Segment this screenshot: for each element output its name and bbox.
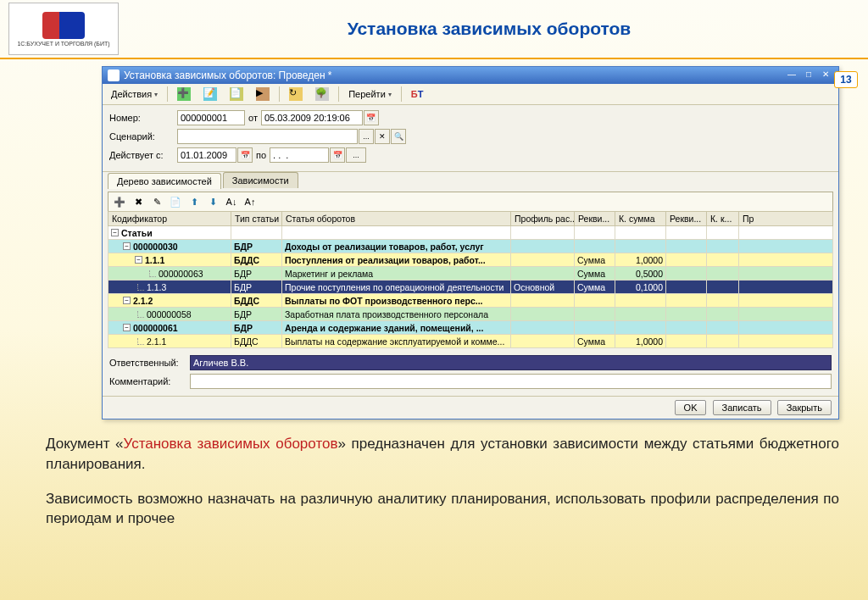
grid-toolbar: ➕ ✖ ✎ 📄 ⬆ ⬇ A↓ A↑ xyxy=(108,192,833,211)
table-row[interactable]: −2.1.2БДДСВыплаты по ФОТ производственно… xyxy=(108,294,833,308)
window-icon xyxy=(108,69,120,81)
valid-from-label: Действует с: xyxy=(109,150,177,160)
tab-dependency-tree[interactable]: Дерево зависимостей xyxy=(108,173,221,189)
period-dialog-button[interactable]: ... xyxy=(346,147,366,163)
responsible-label: Ответственный: xyxy=(109,358,190,368)
footer-form: Ответственный: Комментарий: xyxy=(103,352,838,396)
minimize-button[interactable]: — xyxy=(784,69,799,81)
date-picker-icon[interactable]: 📅 xyxy=(364,110,379,125)
col-codifier[interactable]: Кодификатор xyxy=(108,212,231,226)
goto-menu[interactable]: Перейти xyxy=(343,86,397,103)
window-title: Установка зависимых оборотов: Проведен * xyxy=(124,69,332,81)
dependency-grid[interactable]: Кодификатор Тип статьи Статья оборотов П… xyxy=(108,211,833,348)
close-button[interactable]: Закрыть xyxy=(777,400,832,415)
app-window: Установка зависимых оборотов: Проведен *… xyxy=(102,66,839,419)
number-label: Номер: xyxy=(109,113,177,123)
scenario-search-button[interactable]: 🔍 xyxy=(391,129,406,144)
table-row[interactable]: 1.1.3БДРПрочие поступления по операционн… xyxy=(108,281,833,294)
col-kk[interactable]: К. к... xyxy=(707,212,739,226)
comment-label: Комментарий: xyxy=(109,376,190,386)
tabs: Дерево зависимостей Зависимости xyxy=(103,172,838,188)
maximize-button[interactable]: □ xyxy=(801,69,816,81)
col-profile[interactable]: Профиль рас... xyxy=(511,212,575,226)
save-button[interactable]: Записать xyxy=(713,400,771,415)
scenario-input[interactable] xyxy=(177,129,358,144)
logo-caption: 1С:БУХУЧЕТ И ТОРГОВЛЯ (БИТ) xyxy=(17,41,109,47)
tab-dependencies[interactable]: Зависимости xyxy=(223,172,298,188)
button-row: OK Записать Закрыть xyxy=(103,396,838,419)
description: Документ «Установка зависимых оборотов» … xyxy=(46,434,839,529)
page-title: Установка зависимых оборотов xyxy=(119,19,860,39)
header-form: Номер: от 📅 Сценарий: ... ✕ 🔍 Действует … xyxy=(103,105,838,172)
col-req1[interactable]: Рекви... xyxy=(575,212,615,226)
col-req2[interactable]: Рекви... xyxy=(666,212,707,226)
tb-copy-icon[interactable]: 📄 xyxy=(225,86,248,103)
grid-copy-icon[interactable]: 📄 xyxy=(167,194,184,209)
separator xyxy=(0,58,868,59)
col-type[interactable]: Тип статьи xyxy=(231,212,282,226)
table-row[interactable]: 000000058БДРЗаработная плата производств… xyxy=(108,308,833,321)
tb-tree-icon[interactable]: 🌳 xyxy=(310,86,334,103)
grid-edit-icon[interactable]: ✎ xyxy=(148,194,165,209)
scenario-clear-button[interactable]: ✕ xyxy=(375,129,390,144)
col-article[interactable]: Статья оборотов xyxy=(282,212,511,226)
logo: 1С:БУХУЧЕТ И ТОРГОВЛЯ (БИТ) xyxy=(8,3,119,55)
page-number: 13 xyxy=(834,71,858,88)
number-input[interactable] xyxy=(177,110,245,125)
tb-edit-icon[interactable]: 📝 xyxy=(198,86,222,103)
to-label: по xyxy=(256,150,266,160)
scenario-label: Сценарий: xyxy=(109,131,177,142)
grid-sort-desc-icon[interactable]: A↑ xyxy=(242,194,259,209)
tb-add-icon[interactable]: ➕ xyxy=(172,86,196,103)
tb-bit-logo-icon[interactable]: БТ xyxy=(406,86,429,103)
grid-add-icon[interactable]: ➕ xyxy=(111,194,128,209)
grid-down-icon[interactable]: ⬇ xyxy=(204,194,221,209)
grid-sort-asc-icon[interactable]: A↓ xyxy=(223,194,240,209)
valid-from-picker-icon[interactable]: 📅 xyxy=(237,147,253,163)
table-row[interactable]: −000000030БДРДоходы от реализации товаро… xyxy=(108,240,833,253)
titlebar: Установка зависимых оборотов: Проведен *… xyxy=(103,67,838,84)
valid-to-picker-icon[interactable]: 📅 xyxy=(330,147,345,163)
main-toolbar: Действия ➕ 📝 📄 ▶ ↻ 🌳 Перейти БТ xyxy=(103,84,838,105)
valid-to-input[interactable] xyxy=(270,147,329,163)
close-window-button[interactable]: ✕ xyxy=(818,69,833,81)
valid-from-input[interactable] xyxy=(177,147,236,163)
actions-menu[interactable]: Действия xyxy=(106,86,163,103)
table-row[interactable]: −000000061БДРАренда и содержание зданий,… xyxy=(108,321,833,335)
scenario-select-button[interactable]: ... xyxy=(359,129,374,144)
logo-shape xyxy=(42,12,85,39)
desc-highlight: Установка зависимых оборотов xyxy=(123,436,337,452)
comment-input[interactable] xyxy=(190,374,832,389)
tb-post-icon[interactable]: ▶ xyxy=(251,86,275,103)
responsible-input[interactable] xyxy=(190,355,832,370)
date-input[interactable] xyxy=(261,110,363,125)
table-row[interactable]: 000000063БДРМаркетинг и рекламаСумма0,50… xyxy=(108,267,833,281)
table-row[interactable]: −1.1.1БДДСПоступления от реализации това… xyxy=(108,253,833,267)
table-row[interactable]: −Статьи xyxy=(108,226,833,240)
tb-refresh-icon[interactable]: ↻ xyxy=(284,86,308,103)
grid-delete-icon[interactable]: ✖ xyxy=(130,194,147,209)
ok-button[interactable]: OK xyxy=(675,400,707,415)
col-ksum[interactable]: К. сумма xyxy=(615,212,666,226)
from-label: от xyxy=(248,113,258,123)
col-pr[interactable]: Пр xyxy=(739,212,833,226)
grid-up-icon[interactable]: ⬆ xyxy=(186,194,203,209)
table-row[interactable]: 2.1.1БДДСВыплаты на содержание эксплуати… xyxy=(108,335,833,348)
